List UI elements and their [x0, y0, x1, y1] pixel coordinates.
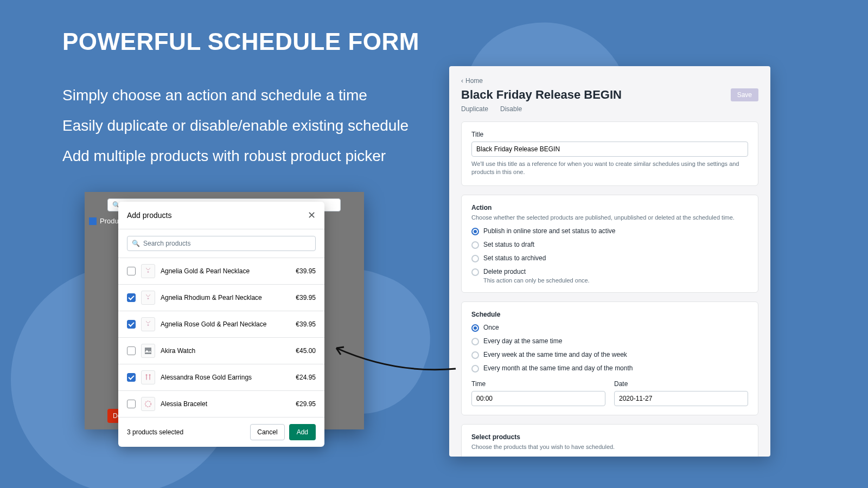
save-button[interactable]: Save	[731, 88, 758, 101]
svg-point-6	[146, 374, 148, 376]
radio-schedule-once[interactable]: Once	[471, 324, 748, 332]
product-row[interactable]: Alessandra Rose Gold Earrings€24.95	[118, 364, 324, 390]
product-thumb-icon	[141, 291, 155, 305]
bullet: Add multiple products with robust produc…	[62, 147, 409, 165]
radio-action-draft[interactable]: Set status to draft	[471, 241, 748, 249]
radio-action-delete[interactable]: Delete product	[471, 268, 748, 276]
radio-icon	[471, 351, 479, 359]
product-row[interactable]: Akira Watch€45.00	[118, 337, 324, 364]
radio-label: Delete product	[483, 268, 526, 275]
svg-rect-9	[149, 376, 150, 380]
home-label: Home	[465, 77, 483, 85]
product-price: €39.95	[296, 267, 316, 275]
radio-label: Set status to draft	[483, 241, 534, 248]
add-button[interactable]: Add	[289, 424, 316, 440]
checkbox[interactable]	[127, 320, 136, 329]
radio-icon	[471, 338, 479, 345]
checkbox[interactable]	[127, 293, 136, 302]
radio-action-publish[interactable]: Publish in online store and set status t…	[471, 227, 748, 235]
action-card: Action Choose whether the selected produ…	[461, 195, 758, 293]
radio-icon	[471, 255, 479, 262]
selected-count: 3 products selected	[127, 428, 183, 436]
cancel-button[interactable]: Cancel	[250, 424, 284, 440]
product-row[interactable]: Alessia Bracelet€29.95	[118, 390, 324, 417]
product-row[interactable]: Agnelia Rose Gold & Pearl Necklace€39.95	[118, 311, 324, 337]
product-name: Alessandra Rose Gold Earrings	[161, 374, 290, 381]
page-title: Black Friday Release BEGIN	[461, 88, 622, 102]
product-name: Agnelia Rhodium & Pearl Necklace	[161, 294, 290, 301]
svg-point-3	[148, 298, 149, 299]
product-thumb-icon	[141, 317, 155, 331]
radio-icon	[471, 228, 479, 235]
product-name: Akira Watch	[161, 347, 290, 355]
radio-schedule-daily[interactable]: Every day at the same time	[471, 337, 748, 345]
delete-note: This action can only be scheduled once.	[483, 277, 748, 284]
arrow-annotation	[330, 342, 460, 374]
radio-label: Every week at the same time and day of t…	[483, 351, 627, 358]
modal-title: Add products	[127, 211, 172, 220]
checkbox[interactable]	[127, 373, 136, 382]
disable-link[interactable]: Disable	[500, 105, 522, 113]
radio-label: Once	[483, 324, 499, 331]
close-icon[interactable]: ✕	[308, 209, 316, 221]
app-icon	[89, 217, 97, 225]
product-row[interactable]: Agnelia Rhodium & Pearl Necklace€39.95	[118, 284, 324, 311]
product-price: €45.00	[296, 347, 316, 355]
action-help: Choose whether the selected products are…	[471, 214, 748, 222]
product-thumb-icon	[141, 344, 155, 358]
home-link[interactable]: ‹ Home	[461, 77, 758, 85]
action-heading: Action	[471, 204, 748, 211]
title-help: We'll use this title as a reference for …	[471, 160, 748, 177]
product-price: €24.95	[296, 374, 316, 381]
product-picker-screenshot: 🔍 Search Product De Add products ✕ 🔍 Sea…	[85, 192, 364, 429]
title-label: Title	[471, 131, 748, 138]
schedule-card: Schedule Once Every day at the same time…	[461, 301, 758, 415]
radio-icon	[471, 268, 479, 276]
svg-point-4	[148, 324, 149, 326]
product-row[interactable]: Agnelia Gold & Pearl Necklace€39.95	[118, 258, 324, 284]
chevron-left-icon: ‹	[461, 77, 463, 85]
select-products-card: Select products Choose the products that…	[461, 424, 758, 457]
radio-label: Every day at the same time	[483, 337, 562, 345]
radio-schedule-weekly[interactable]: Every week at the same time and day of t…	[471, 351, 748, 359]
checkbox[interactable]	[127, 346, 136, 355]
hero-bullets: Simply choose an action and schedule a t…	[62, 87, 409, 178]
product-price: €29.95	[296, 400, 316, 408]
radio-label: Publish in online store and set status t…	[483, 227, 615, 235]
radio-schedule-monthly[interactable]: Every month at the same time and day of …	[471, 364, 748, 373]
product-list: Agnelia Gold & Pearl Necklace€39.95Agnel…	[118, 258, 324, 417]
modal-search-input[interactable]: 🔍 Search products	[127, 236, 316, 251]
schedule-form-panel: ‹ Home Black Friday Release BEGIN Save D…	[449, 66, 770, 457]
radio-label: Set status to archived	[483, 254, 546, 262]
svg-point-10	[145, 401, 151, 407]
bullet: Simply choose an action and schedule a t…	[62, 87, 409, 104]
select-help: Choose the products that you wish to hav…	[471, 443, 748, 451]
hero-title: POWERFUL SCHEDULE FORM	[62, 28, 419, 55]
date-input[interactable]	[614, 391, 748, 406]
svg-rect-7	[146, 376, 147, 380]
bullet: Easily duplicate or disable/enable exist…	[62, 117, 409, 134]
radio-action-archived[interactable]: Set status to archived	[471, 254, 748, 262]
product-price: €39.95	[296, 294, 316, 301]
title-input[interactable]	[471, 142, 748, 157]
radio-icon	[471, 365, 479, 373]
svg-point-8	[149, 374, 151, 376]
product-name: Agnelia Gold & Pearl Necklace	[161, 267, 290, 275]
checkbox[interactable]	[127, 400, 136, 408]
radio-label: Every month at the same time and day of …	[483, 364, 633, 372]
svg-point-2	[148, 271, 149, 273]
add-products-modal: Add products ✕ 🔍 Search products Agnelia…	[118, 202, 324, 447]
svg-rect-5	[145, 348, 151, 354]
schedule-heading: Schedule	[471, 311, 748, 318]
radio-icon	[471, 241, 479, 249]
title-card: Title We'll use this title as a referenc…	[461, 121, 758, 186]
checkbox[interactable]	[127, 267, 136, 275]
product-name: Alessia Bracelet	[161, 400, 290, 408]
product-thumb-icon	[141, 397, 155, 411]
product-price: €39.95	[296, 320, 316, 328]
time-input[interactable]	[471, 391, 605, 406]
radio-icon	[471, 324, 479, 332]
search-icon: 🔍	[132, 240, 140, 247]
time-label: Time	[471, 380, 605, 388]
duplicate-link[interactable]: Duplicate	[461, 105, 488, 113]
